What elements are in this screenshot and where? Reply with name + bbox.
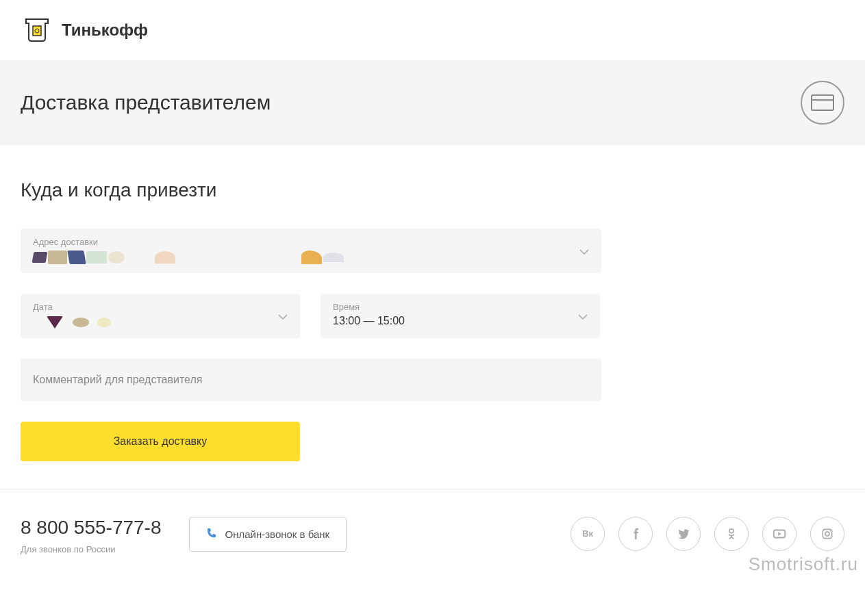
facebook-icon[interactable] [618,517,653,551]
header: Тинькофф [0,0,865,60]
footer: 8 800 555-777-8 Для звонков по России Он… [0,489,865,582]
content: Куда и когда привезти Адрес доставки [0,145,865,489]
call-button-label: Онлайн-звонок в банк [225,528,330,540]
time-value: 13:00 — 15:00 [333,315,588,330]
brand-name: Тинькофф [62,21,148,40]
svg-point-7 [829,530,831,532]
svg-rect-0 [33,26,41,36]
instagram-icon[interactable] [810,517,844,551]
comment-field[interactable]: Комментарий для представителя [21,359,601,401]
address-label: Адрес доставки [33,237,589,247]
svg-point-6 [825,532,829,536]
youtube-icon[interactable] [762,517,797,551]
phone-block: 8 800 555-777-8 Для звонков по России [21,517,162,554]
svg-text:Вк: Вк [582,528,593,539]
logo[interactable]: Тинькофф [21,14,148,47]
submit-button[interactable]: Заказать доставку [21,422,300,461]
watermark: Smotrisoft.ru [749,554,858,575]
socials: Вк [571,517,844,551]
address-value-blurred [33,250,589,265]
address-field[interactable]: Адрес доставки [21,229,601,273]
section-title: Куда и когда привезти [21,179,844,201]
svg-point-3 [729,529,734,533]
subheader: Доставка представителем [0,60,865,145]
chevron-down-icon [278,310,288,322]
page-title: Доставка представителем [21,91,271,114]
date-field[interactable]: Дата [21,294,300,338]
logo-icon [21,14,53,47]
card-icon[interactable] [801,81,844,125]
vk-icon[interactable]: Вк [571,517,605,551]
twitter-icon[interactable] [666,517,701,551]
comment-placeholder: Комментарий для представителя [33,374,589,386]
date-value-blurred [33,315,288,330]
date-label: Дата [33,302,288,312]
chevron-down-icon [579,245,589,257]
time-label: Время [333,302,588,312]
phone-caption: Для звонков по России [21,544,162,554]
time-field[interactable]: Время 13:00 — 15:00 [321,294,600,338]
phone-icon [206,527,218,541]
phone-number[interactable]: 8 800 555-777-8 [21,517,162,539]
chevron-down-icon [578,310,588,322]
online-call-button[interactable]: Онлайн-звонок в банк [189,517,347,552]
ok-icon[interactable] [714,517,749,551]
